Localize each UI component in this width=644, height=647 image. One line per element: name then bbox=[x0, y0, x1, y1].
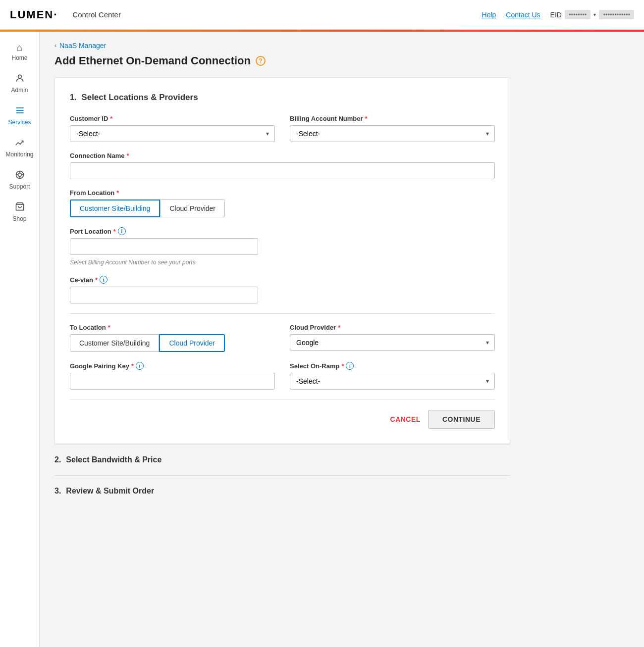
sidebar-item-shop[interactable]: Shop bbox=[0, 196, 39, 228]
port-location-required: * bbox=[113, 228, 116, 235]
from-location-label: From Location * bbox=[70, 189, 495, 197]
port-location-input[interactable] bbox=[70, 238, 258, 255]
select-onramp-select[interactable]: -Select- bbox=[290, 373, 495, 390]
action-row: CANCEL CONTINUE bbox=[70, 399, 495, 429]
page-title: Add Ethernet On-Demand Connection ? bbox=[54, 54, 629, 67]
from-location-btn-cloud[interactable]: Cloud Provider bbox=[160, 199, 225, 217]
page-help-icon[interactable]: ? bbox=[256, 56, 266, 66]
billing-account-select-wrapper: -Select- ▾ bbox=[290, 125, 495, 142]
home-icon: ⌂ bbox=[16, 43, 22, 52]
to-location-btn-site[interactable]: Customer Site/Building bbox=[70, 334, 159, 352]
pairing-onramp-row: Google Pairing Key * i Select On-Ramp * … bbox=[70, 362, 495, 390]
cloud-provider-select-wrapper: Google ▾ bbox=[290, 334, 495, 351]
from-location-group: From Location * Customer Site/Building C… bbox=[70, 189, 495, 217]
step1-number: 1. bbox=[70, 93, 76, 102]
connection-name-input[interactable] bbox=[70, 162, 495, 179]
sidebar-item-monitoring[interactable]: Monitoring bbox=[0, 132, 39, 164]
continue-button[interactable]: CONTINUE bbox=[428, 410, 495, 429]
cloud-provider-label: Cloud Provider * bbox=[290, 324, 495, 331]
svg-point-5 bbox=[18, 173, 21, 177]
sidebar-item-admin[interactable]: Admin bbox=[0, 67, 39, 100]
top-nav-right: Help Contact Us EID •••••••• ▾ •••••••••… bbox=[482, 10, 634, 19]
to-location-toggle: Customer Site/Building Cloud Provider bbox=[70, 334, 275, 352]
step3-number: 3. bbox=[54, 487, 61, 496]
app-layout: ⌂ Home Admin Services bbox=[0, 32, 644, 647]
billing-account-required: * bbox=[365, 115, 368, 122]
eid-value: •••••••• bbox=[565, 10, 590, 19]
to-location-row: To Location * Customer Site/Building Clo… bbox=[70, 324, 495, 352]
eid-section: EID •••••••• ▾ •••••••••••• bbox=[550, 10, 634, 19]
select-onramp-wrapper: -Select- ▾ bbox=[290, 373, 495, 390]
ce-vlan-group: Ce-vlan * i bbox=[70, 276, 495, 303]
step2-title: Select Bandwidth & Price bbox=[66, 455, 161, 464]
app-name: Control Center bbox=[72, 10, 121, 19]
step3-section: 3. Review & Submit Order bbox=[54, 475, 510, 506]
port-location-label: Port Location * i bbox=[70, 227, 495, 235]
port-location-group: Port Location * i Select Billing Account… bbox=[70, 227, 495, 266]
to-location-btn-cloud[interactable]: Cloud Provider bbox=[159, 334, 225, 352]
sidebar-item-label: Support bbox=[9, 183, 30, 190]
cloud-provider-group: Cloud Provider * Google ▾ bbox=[290, 324, 495, 352]
admin-icon bbox=[15, 73, 25, 85]
svg-point-0 bbox=[18, 75, 21, 78]
connection-name-required: * bbox=[127, 152, 129, 159]
sidebar-item-label: Home bbox=[11, 54, 27, 61]
select-onramp-info-icon[interactable]: i bbox=[346, 362, 354, 370]
connection-name-row: Connection Name * bbox=[70, 152, 495, 179]
google-pairing-group: Google Pairing Key * i bbox=[70, 362, 275, 390]
eid-chevron[interactable]: ▾ bbox=[593, 12, 596, 17]
sidebar-item-label: Shop bbox=[12, 215, 26, 222]
select-onramp-label: Select On-Ramp * i bbox=[290, 362, 495, 370]
sidebar-item-services[interactable]: Services bbox=[0, 100, 39, 132]
contact-us-link[interactable]: Contact Us bbox=[506, 11, 540, 19]
customer-id-group: Customer ID * -Select- ▾ bbox=[70, 115, 275, 142]
monitoring-icon bbox=[15, 138, 25, 149]
sidebar-item-label: Admin bbox=[11, 87, 28, 94]
google-pairing-required: * bbox=[131, 362, 134, 370]
sidebar: ⌂ Home Admin Services bbox=[0, 32, 40, 647]
port-location-info-icon[interactable]: i bbox=[118, 227, 126, 235]
ce-vlan-info-icon[interactable]: i bbox=[100, 276, 107, 284]
ce-vlan-required: * bbox=[95, 276, 98, 284]
sidebar-item-label: Services bbox=[8, 119, 31, 126]
step1-card: 1. Select Locations & Providers Customer… bbox=[54, 77, 510, 444]
ce-vlan-label: Ce-vlan * i bbox=[70, 276, 495, 284]
logo: LUMEN· bbox=[10, 8, 57, 21]
sidebar-item-home[interactable]: ⌂ Home bbox=[0, 37, 39, 67]
cloud-provider-required: * bbox=[338, 324, 340, 331]
step2-section: 2. Select Bandwidth & Price bbox=[54, 444, 510, 475]
top-nav: LUMEN· Control Center Help Contact Us EI… bbox=[0, 0, 644, 30]
from-location-required: * bbox=[116, 189, 119, 197]
google-pairing-input[interactable] bbox=[70, 373, 275, 390]
cloud-provider-select[interactable]: Google bbox=[290, 334, 495, 351]
google-pairing-info-icon[interactable]: i bbox=[136, 362, 144, 370]
help-link[interactable]: Help bbox=[482, 11, 496, 19]
customer-id-select[interactable]: -Select- bbox=[70, 125, 275, 142]
step2-number: 2. bbox=[54, 455, 61, 464]
from-location-btn-site[interactable]: Customer Site/Building bbox=[70, 199, 160, 217]
connection-name-group: Connection Name * bbox=[70, 152, 495, 179]
google-pairing-label: Google Pairing Key * i bbox=[70, 362, 275, 370]
port-location-row: Port Location * i Select Billing Account… bbox=[70, 227, 495, 266]
port-location-hint: Select Billing Account Number to see you… bbox=[70, 259, 495, 266]
customer-id-label: Customer ID * bbox=[70, 115, 275, 122]
eid-label: EID bbox=[550, 11, 562, 19]
shop-icon bbox=[15, 202, 25, 213]
select-onramp-group: Select On-Ramp * i -Select- ▾ bbox=[290, 362, 495, 390]
ce-vlan-row: Ce-vlan * i bbox=[70, 276, 495, 303]
step1-title: Select Locations & Providers bbox=[81, 93, 198, 102]
billing-account-group: Billing Account Number * -Select- ▾ bbox=[290, 115, 495, 142]
sidebar-item-label: Monitoring bbox=[5, 151, 33, 158]
customer-id-required: * bbox=[110, 115, 112, 122]
support-icon bbox=[15, 170, 25, 181]
ce-vlan-input[interactable] bbox=[70, 287, 258, 303]
services-icon bbox=[15, 105, 25, 117]
breadcrumb-link[interactable]: NaaS Manager bbox=[59, 42, 106, 50]
cancel-button[interactable]: CANCEL bbox=[390, 415, 421, 423]
from-location-row: From Location * Customer Site/Building C… bbox=[70, 189, 495, 217]
main-content: ‹ NaaS Manager Add Ethernet On-Demand Co… bbox=[40, 32, 644, 647]
sidebar-item-support[interactable]: Support bbox=[0, 164, 39, 196]
billing-account-select[interactable]: -Select- bbox=[290, 125, 495, 142]
user-value: •••••••••••• bbox=[599, 10, 634, 19]
billing-account-label: Billing Account Number * bbox=[290, 115, 495, 122]
